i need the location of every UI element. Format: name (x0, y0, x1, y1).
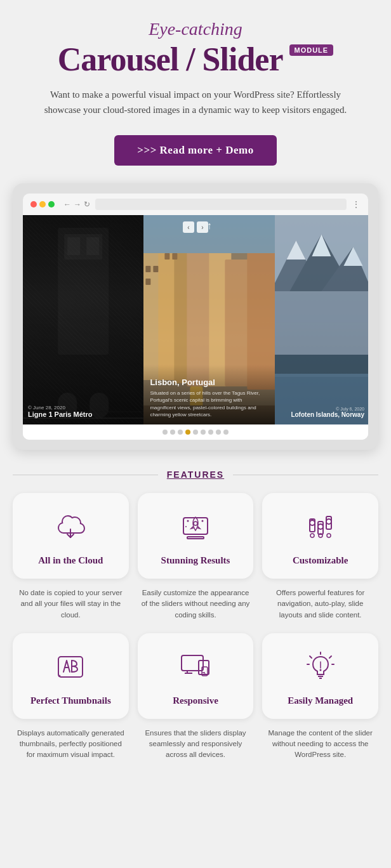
slides-row: © June 28, 2020 Ligne 1 Paris Métro (23, 215, 368, 424)
slider-dots (23, 424, 368, 440)
dot-4-active[interactable] (185, 430, 190, 435)
features-row-1: All in the Cloud (13, 493, 378, 579)
dot-red[interactable] (30, 201, 37, 207)
customizable-icon (302, 508, 340, 546)
browser-forward[interactable]: → (74, 200, 81, 209)
dot-2[interactable] (170, 430, 175, 435)
svg-rect-40 (187, 537, 204, 539)
slide-right: © July 6, 2020 Lofoten Islands, Norway (275, 215, 368, 424)
slider-next-button[interactable]: › (197, 221, 208, 233)
dot-3[interactable] (178, 430, 183, 435)
dot-9[interactable] (223, 430, 229, 435)
svg-rect-19 (154, 266, 159, 272)
slide-right-date: © July 6, 2020 (291, 407, 364, 411)
cta-section: >>> Read more + Demo (13, 135, 378, 166)
browser-mockup: ← → ↻ ⋮ ‹ › (13, 183, 378, 450)
slider-prev-button[interactable]: ‹ (183, 221, 194, 233)
feature-name-thumbnails: Perfect Thumbnails (22, 695, 120, 706)
desc-managed: Manage the content of the slider without… (262, 728, 378, 761)
feature-name-customizable: Customizable (271, 555, 369, 566)
title-row: Carousel / Slider MODULE (13, 41, 378, 78)
browser-refresh[interactable]: ↻ (84, 200, 90, 209)
dot-8[interactable] (216, 430, 221, 435)
svg-rect-18 (146, 266, 151, 272)
dot-green[interactable] (48, 201, 55, 207)
svg-line-67 (310, 656, 312, 658)
slide-right-name: Lofoten Islands, Norway (291, 411, 364, 418)
desc-cloud: No date is copied to your server and all… (13, 588, 129, 621)
svg-point-48 (310, 520, 315, 525)
slide-center: ↑ Lisbon, Portugal Situated on a series … (143, 215, 275, 424)
slide-center-overlay: Lisbon, Portugal Situated on a series of… (143, 365, 275, 424)
header-description: Want to make a powerful visual impact on… (37, 87, 354, 117)
slide-left-label: © June 28, 2020 Ligne 1 Paris Métro (28, 405, 92, 418)
desc-customizable: Offers powerful features for navigation,… (262, 588, 378, 621)
svg-rect-35 (275, 374, 368, 377)
dot-7[interactable] (208, 430, 213, 435)
slide-left-date: © June 28, 2020 (28, 405, 92, 411)
page-wrapper: Eye-catching Carousel / Slider MODULE Wa… (0, 0, 391, 799)
svg-point-43 (202, 520, 204, 522)
dot-6[interactable] (201, 430, 206, 435)
dot-yellow[interactable] (39, 201, 46, 207)
main-title: Carousel / Slider (58, 41, 283, 78)
svg-point-72 (319, 669, 321, 671)
module-badge: MODULE (289, 44, 334, 56)
dot-5[interactable] (193, 430, 198, 435)
slider-container: ‹ › (23, 215, 368, 440)
slide-left: © June 28, 2020 Ligne 1 Paris Métro (23, 215, 143, 424)
features-desc-row-1: No date is copied to your server and all… (13, 588, 378, 621)
svg-point-49 (318, 524, 323, 529)
feature-name-cloud: All in the Cloud (22, 555, 120, 566)
svg-rect-56 (182, 655, 203, 671)
features-title: FEATURES (158, 470, 233, 480)
svg-point-44 (185, 526, 187, 527)
svg-rect-21 (165, 253, 170, 260)
desc-responsive: Ensures that the sliders display seamles… (138, 728, 254, 761)
svg-point-53 (327, 534, 331, 537)
feature-name-stunning: Stunning Results (147, 555, 245, 566)
svg-point-41 (194, 522, 197, 525)
feature-card-customizable: Customizable (262, 493, 378, 579)
features-row-2: Perfect Thumbnails (13, 633, 378, 719)
svg-rect-9 (23, 215, 143, 424)
feature-card-thumbnails: Perfect Thumbnails (13, 633, 129, 719)
features-section: FEATURES All in the Cloud (13, 469, 378, 761)
feature-name-managed: Easily Managed (271, 695, 369, 706)
slider-nav-bar: ‹ › (183, 221, 208, 233)
feature-card-managed: Easily Managed (262, 633, 378, 719)
eye-catching-text: Eye-catching (13, 19, 378, 39)
svg-point-50 (326, 519, 331, 524)
dot-1[interactable] (162, 430, 168, 435)
browser-chrome: ← → ↻ ⋮ (23, 194, 368, 215)
svg-line-68 (329, 656, 331, 658)
browser-back[interactable]: ← (63, 200, 71, 209)
feature-card-stunning: Stunning Results (138, 493, 254, 579)
feature-card-cloud: All in the Cloud (13, 493, 129, 579)
svg-point-51 (310, 534, 314, 537)
features-desc-row-2: Displays automatically generated thumbna… (13, 728, 378, 761)
svg-rect-20 (146, 279, 151, 285)
thumbnails-icon (51, 648, 89, 687)
svg-rect-39 (183, 518, 208, 534)
read-more-button[interactable]: >>> Read more + Demo (114, 135, 276, 166)
slide-left-name: Ligne 1 Paris Métro (28, 411, 92, 418)
slide-center-city: Lisbon, Portugal (150, 378, 268, 387)
browser-nav: ← → ↻ (63, 200, 90, 209)
header-section: Eye-catching Carousel / Slider MODULE Wa… (13, 19, 378, 117)
stunning-icon (176, 508, 215, 546)
browser-address-bar[interactable] (95, 199, 347, 210)
desc-stunning: Easily customize the appearance of the s… (138, 588, 254, 621)
cloud-icon (51, 508, 89, 546)
browser-menu[interactable]: ⋮ (352, 199, 361, 210)
desc-thumbnails: Displays automatically generated thumbna… (13, 728, 129, 761)
svg-rect-54 (58, 657, 83, 677)
feature-card-responsive: Responsive (138, 633, 254, 719)
responsive-icon (176, 648, 215, 687)
feature-name-responsive: Responsive (147, 695, 245, 706)
slide-right-label: © July 6, 2020 Lofoten Islands, Norway (291, 407, 364, 418)
svg-rect-37 (275, 355, 368, 374)
svg-rect-36 (275, 383, 368, 386)
features-header: FEATURES (13, 469, 378, 480)
svg-point-42 (187, 520, 189, 522)
